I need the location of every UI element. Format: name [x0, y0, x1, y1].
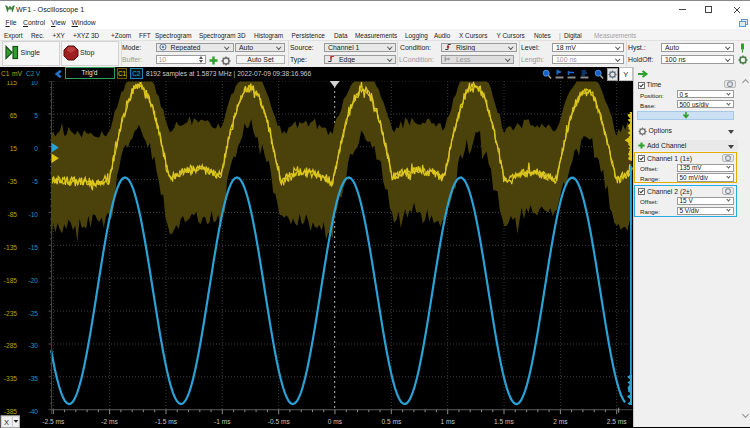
svg-text:0: 0: [34, 145, 38, 152]
svg-text:0.5 ms: 0.5 ms: [381, 418, 401, 425]
svg-text:X: X: [4, 418, 9, 427]
svg-text:2 ms: 2 ms: [553, 418, 568, 425]
svg-text:-1.5 ms: -1.5 ms: [155, 418, 178, 425]
svg-text:1.5 ms: 1.5 ms: [494, 418, 514, 425]
svg-text:-40: -40: [28, 408, 38, 415]
svg-text:-2 ms: -2 ms: [101, 418, 118, 425]
svg-text:5: 5: [34, 112, 38, 119]
svg-text:-15: -15: [28, 244, 38, 251]
svg-text:1 ms: 1 ms: [441, 418, 456, 425]
svg-text:-235: -235: [4, 310, 18, 317]
svg-text:-335: -335: [4, 375, 18, 382]
svg-text:-135: -135: [4, 244, 18, 251]
svg-text:-25: -25: [28, 310, 38, 317]
svg-text:-20: -20: [28, 277, 38, 284]
svg-text:-35: -35: [28, 375, 38, 382]
svg-text:15: 15: [10, 145, 18, 152]
svg-text:-35: -35: [7, 178, 17, 185]
svg-text:-5: -5: [32, 178, 38, 185]
svg-text:-0.5 ms: -0.5 ms: [268, 418, 291, 425]
svg-text:-2.5 ms: -2.5 ms: [42, 418, 65, 425]
svg-text:0 ms: 0 ms: [328, 418, 343, 425]
svg-text:-30: -30: [28, 342, 38, 349]
svg-text:-285: -285: [4, 342, 18, 349]
svg-text:-1 ms: -1 ms: [214, 418, 231, 425]
svg-text:10: 10: [31, 81, 39, 86]
svg-text:-10: -10: [28, 211, 38, 218]
svg-text:115: 115: [6, 81, 17, 86]
svg-text:-385: -385: [4, 408, 18, 415]
svg-text:-85: -85: [7, 211, 17, 218]
svg-text:-185: -185: [4, 277, 18, 284]
svg-text:2.5 ms: 2.5 ms: [607, 418, 627, 425]
svg-text:65: 65: [10, 112, 18, 119]
